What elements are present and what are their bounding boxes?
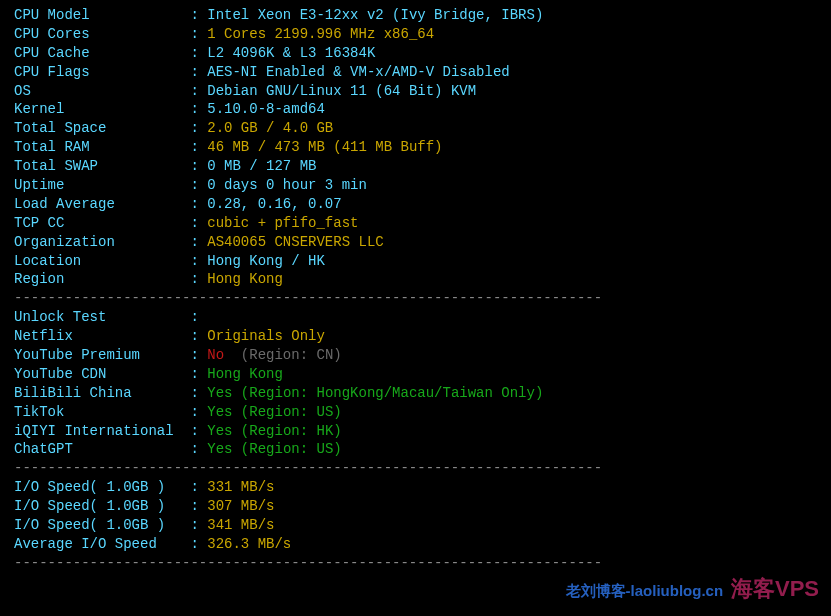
unlock-value: Yes <box>207 385 232 401</box>
io-value: 331 MB/s <box>207 479 274 495</box>
info-row-cpu_cores: CPU Cores : 1 Cores 2199.996 MHz x86_64 <box>14 25 817 44</box>
info-row-space: Total Space : 2.0 GB / 4.0 GB <box>14 119 817 138</box>
io-label: Average I/O Speed <box>14 536 182 552</box>
unlock-header-row: Unlock Test : <box>14 308 817 327</box>
divider: ----------------------------------------… <box>14 554 817 573</box>
info-value: AS40065 CNSERVERS LLC <box>207 234 383 250</box>
io-label: I/O Speed( 1.0GB ) <box>14 517 182 533</box>
io-value: 341 MB/s <box>207 517 274 533</box>
unlock-note: (Region: HongKong/Macau/Taiwan Only) <box>232 385 543 401</box>
info-label: Region <box>14 271 182 287</box>
info-row-uptime: Uptime : 0 days 0 hour 3 min <box>14 176 817 195</box>
info-value: 0 days 0 hour 3 min <box>207 177 367 193</box>
info-row-tcpcc: TCP CC : cubic + pfifo_fast <box>14 214 817 233</box>
info-row-cpu_model: CPU Model : Intel Xeon E3-12xx v2 (Ivy B… <box>14 6 817 25</box>
info-label: CPU Cache <box>14 45 182 61</box>
unlock-note: (Region: US) <box>232 404 341 420</box>
io-speed-section: I/O Speed( 1.0GB ) : 331 MB/sI/O Speed( … <box>14 478 817 554</box>
unlock-label: YouTube CDN <box>14 366 182 382</box>
unlock-label: iQIYI International <box>14 423 182 439</box>
unlock-header-label: Unlock Test <box>14 309 106 325</box>
io-label: I/O Speed( 1.0GB ) <box>14 479 182 495</box>
info-row-cpu_flags: CPU Flags : AES-NI Enabled & VM-x/AMD-V … <box>14 63 817 82</box>
unlock-row: YouTube Premium : No (Region: CN) <box>14 346 817 365</box>
unlock-row: TikTok : Yes (Region: US) <box>14 403 817 422</box>
info-value: Debian GNU/Linux 11 (64 Bit) KVM <box>207 83 476 99</box>
watermark-text-2: 海客VPS <box>731 576 819 601</box>
info-label: CPU Model <box>14 7 182 23</box>
info-label: CPU Cores <box>14 26 182 42</box>
watermark-text-1: 老刘博客-laoliublog.cn <box>566 582 724 599</box>
unlock-note: (Region: US) <box>232 441 341 457</box>
io-value: 326.3 MB/s <box>207 536 291 552</box>
unlock-value: No <box>207 347 224 363</box>
info-value: AES-NI Enabled & VM-x/AMD-V Disabled <box>207 64 509 80</box>
io-value: 307 MB/s <box>207 498 274 514</box>
info-value: 0.28, 0.16, 0.07 <box>207 196 341 212</box>
info-label: Location <box>14 253 182 269</box>
info-label: Total RAM <box>14 139 182 155</box>
unlock-value: Yes <box>207 441 232 457</box>
unlock-value: Yes <box>207 423 232 439</box>
info-row-cpu_cache: CPU Cache : L2 4096K & L3 16384K <box>14 44 817 63</box>
unlock-note: (Region: HK) <box>232 423 341 439</box>
io-row: I/O Speed( 1.0GB ) : 331 MB/s <box>14 478 817 497</box>
info-label: Kernel <box>14 101 182 117</box>
system-info-section: CPU Model : Intel Xeon E3-12xx v2 (Ivy B… <box>14 6 817 289</box>
unlock-row: BiliBili China : Yes (Region: HongKong/M… <box>14 384 817 403</box>
info-label: Load Average <box>14 196 182 212</box>
unlock-note: (Region: CN) <box>224 347 342 363</box>
info-label: Total SWAP <box>14 158 182 174</box>
info-value: Intel Xeon E3-12xx v2 (Ivy Bridge, IBRS) <box>207 7 543 23</box>
unlock-label: Netflix <box>14 328 182 344</box>
info-value: 46 MB / 473 MB (411 MB Buff) <box>207 139 442 155</box>
info-value: cubic + pfifo_fast <box>207 215 358 231</box>
info-value: Hong Kong <box>207 271 283 287</box>
unlock-label: TikTok <box>14 404 182 420</box>
info-row-org: Organization : AS40065 CNSERVERS LLC <box>14 233 817 252</box>
info-row-load: Load Average : 0.28, 0.16, 0.07 <box>14 195 817 214</box>
unlock-value: Originals Only <box>207 328 325 344</box>
info-label: OS <box>14 83 182 99</box>
info-row-loc: Location : Hong Kong / HK <box>14 252 817 271</box>
info-value: 1 Cores 2199.996 MHz x86_64 <box>207 26 434 42</box>
io-row: Average I/O Speed : 326.3 MB/s <box>14 535 817 554</box>
io-label: I/O Speed( 1.0GB ) <box>14 498 182 514</box>
unlock-value: Hong Kong <box>207 366 283 382</box>
info-row-kernel: Kernel : 5.10.0-8-amd64 <box>14 100 817 119</box>
info-value: 2.0 GB / 4.0 GB <box>207 120 333 136</box>
watermark: 老刘博客-laoliublog.cn 海客VPS <box>566 574 819 604</box>
unlock-row: ChatGPT : Yes (Region: US) <box>14 440 817 459</box>
info-row-swap: Total SWAP : 0 MB / 127 MB <box>14 157 817 176</box>
divider: ----------------------------------------… <box>14 459 817 478</box>
info-label: Total Space <box>14 120 182 136</box>
info-row-ram: Total RAM : 46 MB / 473 MB (411 MB Buff) <box>14 138 817 157</box>
unlock-value: Yes <box>207 404 232 420</box>
unlock-test-section: Netflix : Originals OnlyYouTube Premium … <box>14 327 817 459</box>
unlock-label: ChatGPT <box>14 441 182 457</box>
info-label: Uptime <box>14 177 182 193</box>
info-value: L2 4096K & L3 16384K <box>207 45 375 61</box>
info-value: 0 MB / 127 MB <box>207 158 316 174</box>
info-label: CPU Flags <box>14 64 182 80</box>
info-label: TCP CC <box>14 215 182 231</box>
io-row: I/O Speed( 1.0GB ) : 341 MB/s <box>14 516 817 535</box>
unlock-row: iQIYI International : Yes (Region: HK) <box>14 422 817 441</box>
unlock-label: BiliBili China <box>14 385 182 401</box>
info-value: 5.10.0-8-amd64 <box>207 101 325 117</box>
info-value: Hong Kong / HK <box>207 253 325 269</box>
unlock-label: YouTube Premium <box>14 347 182 363</box>
info-label: Organization <box>14 234 182 250</box>
unlock-row: YouTube CDN : Hong Kong <box>14 365 817 384</box>
info-row-os: OS : Debian GNU/Linux 11 (64 Bit) KVM <box>14 82 817 101</box>
unlock-row: Netflix : Originals Only <box>14 327 817 346</box>
info-row-region: Region : Hong Kong <box>14 270 817 289</box>
io-row: I/O Speed( 1.0GB ) : 307 MB/s <box>14 497 817 516</box>
divider: ----------------------------------------… <box>14 289 817 308</box>
